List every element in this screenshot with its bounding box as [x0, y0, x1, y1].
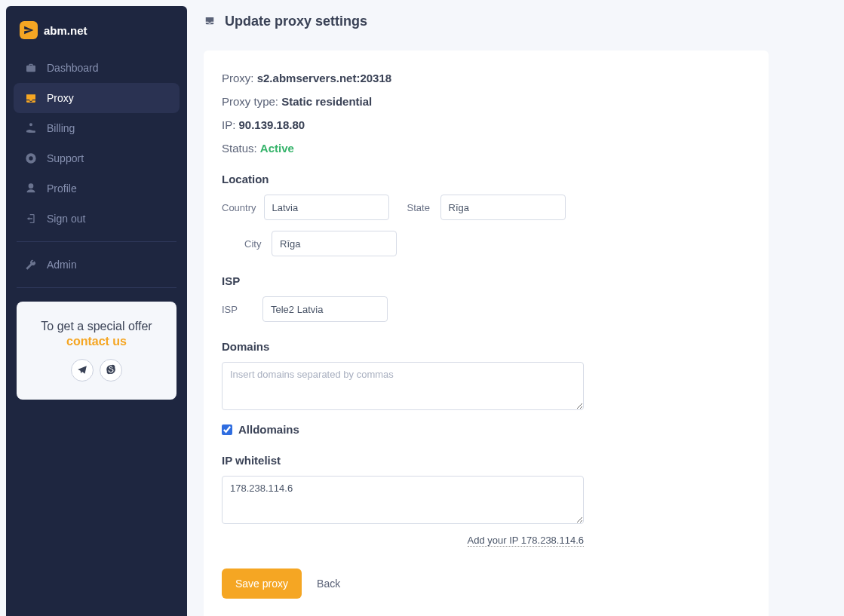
isp-section-label: ISP [222, 274, 750, 287]
country-input[interactable] [264, 195, 389, 220]
main-content: Update proxy settings Proxy: s2.abmserve… [187, 0, 844, 616]
signout-icon [24, 213, 38, 225]
briefcase-icon [24, 62, 38, 74]
sidebar-item-admin[interactable]: Admin [14, 250, 180, 280]
skype-icon [106, 364, 116, 377]
sidebar-item-label: Profile [47, 182, 77, 195]
page-title: Update proxy settings [225, 14, 367, 29]
alldomains-checkbox[interactable] [222, 424, 232, 435]
sidebar-item-dashboard[interactable]: Dashboard [14, 53, 180, 83]
proxy-value: s2.abmservers.net:20318 [257, 72, 391, 84]
sidebar: abm.net Dashboard Proxy Billing Support … [6, 6, 187, 616]
proxy-type-line: Proxy type: Static residential [222, 95, 750, 108]
proxy-type-value: Static residential [281, 95, 372, 108]
page-header: Update proxy settings [204, 14, 769, 29]
save-proxy-button[interactable]: Save proxy [222, 568, 302, 599]
sidebar-item-label: Proxy [47, 92, 74, 104]
sidebar-item-billing[interactable]: Billing [14, 113, 180, 143]
country-label: Country [222, 202, 256, 213]
user-icon [24, 182, 38, 195]
state-label: State [407, 202, 433, 213]
skype-button[interactable] [100, 359, 122, 382]
brand-text: abm.net [44, 24, 87, 37]
domains-section-label: Domains [222, 340, 750, 353]
wrench-icon [24, 259, 38, 271]
location-section-label: Location [222, 173, 750, 185]
isp-label: ISP [222, 304, 255, 315]
telegram-icon [77, 364, 87, 377]
sidebar-item-support[interactable]: Support [14, 143, 180, 173]
sidebar-item-profile[interactable]: Profile [14, 173, 180, 204]
sidebar-item-proxy[interactable]: Proxy [14, 83, 180, 113]
divider [17, 241, 176, 242]
inbox-icon [24, 92, 38, 104]
back-button[interactable]: Back [317, 578, 340, 590]
alldomains-label: Alldomains [238, 423, 299, 436]
proxy-status-label: Status: [222, 142, 260, 155]
proxy-type-label: Proxy type: [222, 95, 281, 108]
divider [17, 287, 176, 288]
offer-title: To get a special offer [26, 320, 167, 333]
brand: abm.net [14, 18, 180, 53]
whitelist-textarea[interactable]: 178.238.114.6 [222, 476, 584, 524]
sidebar-item-label: Admin [47, 259, 77, 271]
city-label: City [244, 238, 264, 250]
settings-card: Proxy: s2.abmservers.net:20318 Proxy typ… [204, 51, 769, 616]
sidebar-item-label: Support [47, 152, 84, 164]
isp-input[interactable] [262, 296, 388, 322]
proxy-ip-value: 90.139.18.80 [239, 118, 305, 131]
add-ip-link[interactable]: Add your IP 178.238.114.6 [468, 535, 584, 547]
sidebar-item-label: Sign out [47, 213, 85, 225]
sidebar-item-signout[interactable]: Sign out [14, 204, 180, 234]
whitelist-section-label: IP whitelist [222, 454, 750, 467]
brand-icon [20, 21, 38, 39]
proxy-ip-label: IP: [222, 118, 239, 131]
hand-coin-icon [24, 122, 38, 134]
proxy-line: Proxy: s2.abmservers.net:20318 [222, 72, 750, 84]
offer-contact-link[interactable]: contact us [26, 335, 167, 348]
proxy-label: Proxy: [222, 72, 257, 84]
proxy-status-value: Active [260, 142, 294, 155]
sidebar-item-label: Dashboard [47, 62, 99, 74]
sidebar-item-label: Billing [47, 122, 75, 134]
inbox-icon [204, 15, 216, 28]
telegram-button[interactable] [71, 359, 94, 382]
city-input[interactable] [272, 231, 397, 256]
state-input[interactable] [440, 195, 566, 220]
life-ring-icon [24, 152, 38, 164]
proxy-ip-line: IP: 90.139.18.80 [222, 118, 750, 131]
domains-textarea[interactable] [222, 362, 584, 410]
offer-card: To get a special offer contact us [17, 302, 176, 400]
proxy-status-line: Status: Active [222, 142, 750, 155]
